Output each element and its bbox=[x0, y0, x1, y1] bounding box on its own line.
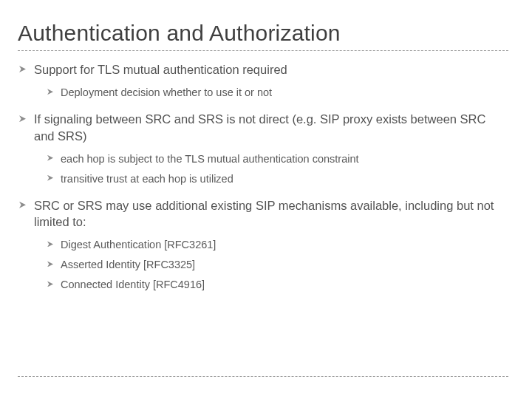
sub-list: each hop is subject to the TLS mutual au… bbox=[34, 151, 508, 187]
list-item: Digest Authentication [RFC3261] bbox=[47, 237, 508, 253]
page-title: Authentication and Authorization bbox=[18, 21, 508, 46]
bullet-list: Support for TLS mutual authentication re… bbox=[18, 61, 508, 293]
footer-divider bbox=[18, 376, 508, 377]
list-item-text: Support for TLS mutual authentication re… bbox=[34, 63, 287, 76]
list-item: Support for TLS mutual authentication re… bbox=[18, 61, 508, 100]
list-item: If signaling between SRC and SRS is not … bbox=[18, 111, 508, 187]
sub-list: Digest Authentication [RFC3261] Asserted… bbox=[34, 237, 508, 293]
list-item: Connected Identity [RFC4916] bbox=[47, 277, 508, 293]
list-item-text: transitive trust at each hop is utilized bbox=[61, 173, 233, 185]
list-item-text: If signaling between SRC and SRS is not … bbox=[34, 112, 485, 142]
list-item: Asserted Identity [RFC3325] bbox=[47, 257, 508, 273]
list-item-text: SRC or SRS may use additional existing S… bbox=[34, 199, 494, 228]
list-item-text: Digest Authentication [RFC3261] bbox=[61, 239, 216, 250]
sub-list: Deployment decision whether to use it or… bbox=[34, 85, 508, 100]
list-item: transitive trust at each hop is utilized bbox=[47, 171, 508, 187]
list-item: SRC or SRS may use additional existing S… bbox=[18, 197, 508, 293]
list-item-text: Asserted Identity [RFC3325] bbox=[61, 259, 195, 270]
list-item: each hop is subject to the TLS mutual au… bbox=[47, 151, 508, 167]
list-item-text: Deployment decision whether to use it or… bbox=[61, 86, 272, 98]
list-item-text: each hop is subject to the TLS mutual au… bbox=[61, 153, 359, 165]
list-item-text: Connected Identity [RFC4916] bbox=[61, 279, 205, 290]
title-divider bbox=[18, 50, 508, 51]
list-item: Deployment decision whether to use it or… bbox=[47, 85, 508, 100]
slide: Authentication and Authorization Support… bbox=[0, 0, 532, 399]
